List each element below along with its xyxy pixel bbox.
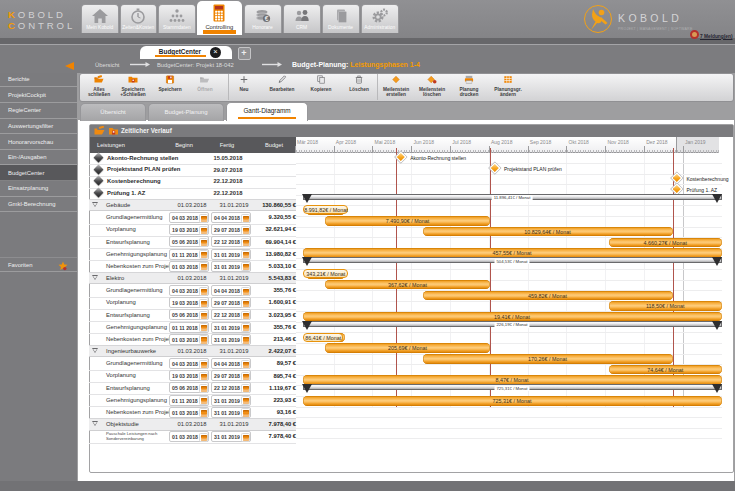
svg-text:€: €	[264, 14, 268, 21]
